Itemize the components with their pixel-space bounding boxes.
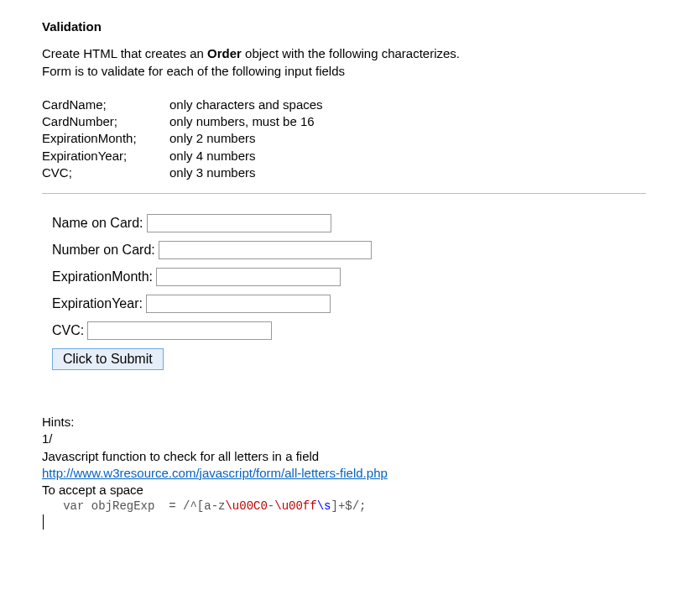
field-requirements-table: CardName; only characters and spaces Car… xyxy=(42,97,646,181)
field-rule: only 4 numbers xyxy=(169,148,646,164)
code-esc2: \u00ff xyxy=(274,499,316,513)
field-row: ExpirationMonth; only 2 numbers xyxy=(42,130,646,147)
field-name: ExpirationMonth; xyxy=(42,130,169,147)
label-expiration-year: ExpirationYear: xyxy=(52,295,146,313)
section-heading: Validation xyxy=(42,18,646,35)
label-name-on-card: Name on Card: xyxy=(52,214,147,232)
code-mid1: - xyxy=(268,499,274,513)
form-row-exp-year: ExpirationYear: xyxy=(52,295,646,313)
field-name: CardName; xyxy=(42,97,169,113)
hints-number: 1/ xyxy=(42,431,646,447)
field-name: ExpirationYear; xyxy=(42,148,169,164)
field-row: CVC; only 3 numbers xyxy=(42,164,646,181)
field-row: CardNumber; only numbers, must be 16 xyxy=(42,113,646,130)
input-cvc[interactable] xyxy=(87,321,272,340)
field-row: ExpirationYear; only 4 numbers xyxy=(42,148,646,164)
hints-accept-space: To accept a space xyxy=(42,482,646,499)
field-rule: only 2 numbers xyxy=(169,130,646,147)
label-cvc: CVC: xyxy=(52,321,87,340)
code-tail: ]+$/; xyxy=(331,499,367,513)
hints-title: Hints: xyxy=(42,414,646,431)
field-name: CVC; xyxy=(42,164,169,181)
form-row-number: Number on Card: xyxy=(52,241,646,259)
form-row-cvc: CVC: xyxy=(52,321,646,340)
field-name: CardNumber; xyxy=(42,113,169,130)
field-rule: only characters and spaces xyxy=(169,97,646,113)
intro-line2: Form is to validate for each of the foll… xyxy=(42,63,646,80)
intro-line1-bold: Order xyxy=(207,46,242,60)
text-cursor xyxy=(43,514,44,530)
input-name-on-card[interactable] xyxy=(147,214,331,232)
field-row: CardName; only characters and spaces xyxy=(42,97,646,113)
hints-code: var objRegExp = /^[a-z\u00C0-\u00ff\s]+$… xyxy=(42,499,646,514)
form-row-submit: Click to Submit xyxy=(52,348,646,370)
submit-button[interactable]: Click to Submit xyxy=(52,348,164,370)
intro-text: Create HTML that creates an Order object… xyxy=(42,45,646,80)
field-rule: only 3 numbers xyxy=(169,164,646,181)
label-number-on-card: Number on Card: xyxy=(52,241,159,259)
intro-line1-a: Create HTML that creates an xyxy=(42,46,207,60)
order-form: Name on Card: Number on Card: Expiration… xyxy=(42,214,646,370)
hints-section: Hints: 1/ Javascript function to check f… xyxy=(42,414,646,531)
label-expiration-month: ExpirationMonth: xyxy=(52,268,156,286)
form-row-name: Name on Card: xyxy=(52,214,646,232)
hints-link[interactable]: http://www.w3resource.com/javascript/for… xyxy=(42,466,388,480)
divider xyxy=(42,193,646,194)
hints-desc: Javascript function to check for all let… xyxy=(42,448,646,465)
field-rule: only numbers, must be 16 xyxy=(169,113,646,130)
code-pre: var objRegExp = /^[a-z xyxy=(42,499,225,513)
input-expiration-year[interactable] xyxy=(146,295,331,313)
form-row-exp-month: ExpirationMonth: xyxy=(52,268,646,286)
code-esc3: \s xyxy=(317,499,331,513)
intro-line1-c: object with the following characterizes. xyxy=(242,46,460,60)
input-expiration-month[interactable] xyxy=(156,268,341,286)
input-number-on-card[interactable] xyxy=(159,241,372,259)
code-esc1: \u00C0 xyxy=(225,499,267,513)
